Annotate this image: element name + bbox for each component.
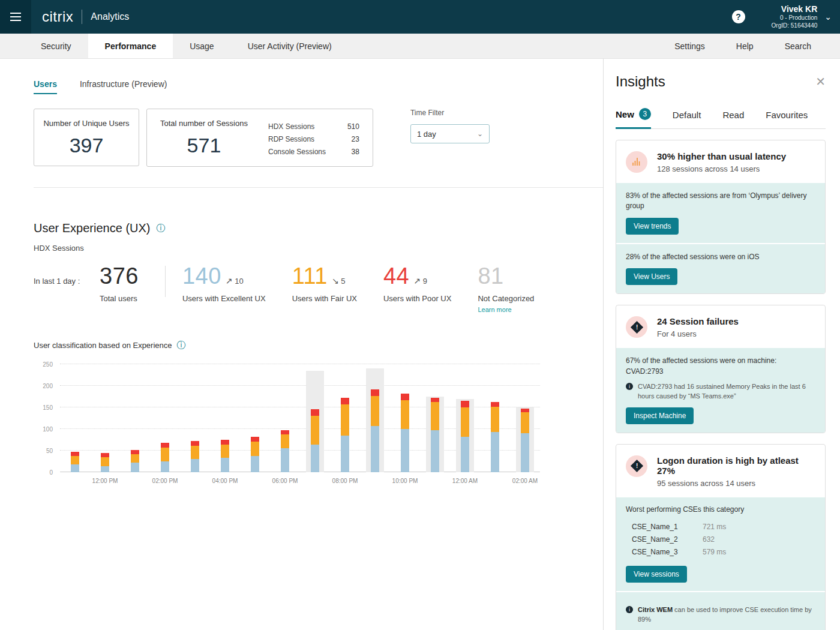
view-users-button[interactable]: View Users bbox=[626, 268, 677, 285]
bar-segment-fair bbox=[311, 416, 319, 445]
bar-segment-fair bbox=[521, 412, 529, 433]
chart-bar[interactable] bbox=[180, 364, 210, 472]
insight-subtitle: 128 sessions across 14 users bbox=[657, 164, 786, 173]
insights-tab-favourites[interactable]: Favourites bbox=[766, 108, 808, 128]
info-icon[interactable]: ⓘ bbox=[177, 340, 186, 351]
insights-tab-read[interactable]: Read bbox=[722, 108, 744, 128]
hdx-sessions-label: HDX Sessions bbox=[268, 122, 314, 131]
nav-search[interactable]: Search bbox=[769, 34, 840, 58]
chart-bar[interactable]: 10:00 PM bbox=[390, 364, 420, 472]
time-filter: Time Filter 1 day ⌄ bbox=[410, 109, 490, 143]
x-axis-tick: 12:00 PM bbox=[92, 478, 118, 484]
chart-bar[interactable]: 08:00 PM bbox=[330, 364, 360, 472]
table-row: CSE_Name_1 721 ms bbox=[632, 521, 815, 533]
bar-segment-poor bbox=[341, 398, 349, 404]
sessions-breakdown: HDX Sessions 510 RDP Sessions 23 Console… bbox=[268, 119, 359, 158]
bar-segment-excellent bbox=[371, 426, 379, 472]
chevron-down-icon: ⌄ bbox=[477, 130, 483, 138]
insight-title: Logon duration is high by atleast 27% bbox=[657, 455, 815, 476]
insight-footer: i Citrix WEM can be used to improve CSE … bbox=[616, 591, 825, 630]
close-icon[interactable]: ✕ bbox=[815, 76, 826, 88]
insight-subtitle: 95 sessions across 14 users bbox=[657, 479, 815, 488]
bar-segment-excellent bbox=[161, 461, 169, 472]
chart-plot-area: 05010015020025012:00 PM02:00 PM04:00 PM0… bbox=[60, 364, 540, 472]
chart-bar[interactable]: 12:00 PM bbox=[90, 364, 120, 472]
sessions-value: 571 bbox=[160, 134, 248, 157]
nav-help[interactable]: Help bbox=[721, 34, 769, 58]
help-icon[interactable]: ? bbox=[732, 10, 745, 23]
sub-tabs: Users Infrastructure (Preview) bbox=[34, 79, 603, 94]
inspect-machine-button[interactable]: Inspect Machine bbox=[626, 407, 694, 424]
chart-bar[interactable] bbox=[240, 364, 270, 472]
time-filter-label: Time Filter bbox=[410, 109, 490, 117]
info-icon[interactable]: ⓘ bbox=[157, 223, 166, 234]
period-label: In last 1 day : bbox=[34, 263, 100, 286]
tab-performance[interactable]: Performance bbox=[88, 34, 173, 58]
chart-bar[interactable]: 02:00 AM bbox=[510, 364, 540, 472]
view-sessions-button[interactable]: View sessions bbox=[626, 566, 687, 583]
learn-more-link[interactable]: Learn more bbox=[478, 306, 534, 313]
chart-bar[interactable]: 12:00 AM bbox=[450, 364, 480, 472]
chart-bar[interactable]: 02:00 PM bbox=[150, 364, 180, 472]
chart-bar[interactable]: 06:00 PM bbox=[270, 364, 300, 472]
insights-tab-default[interactable]: Default bbox=[673, 108, 701, 128]
chart-bar[interactable] bbox=[360, 364, 390, 472]
bar-segment-poor bbox=[161, 443, 169, 448]
bar-segment-fair bbox=[131, 454, 139, 463]
bar-segment-fair bbox=[281, 434, 289, 448]
insight-card-latency: 30% higher than usual latency 128 sessio… bbox=[616, 140, 826, 294]
tab-security[interactable]: Security bbox=[24, 34, 88, 58]
chart-bar[interactable] bbox=[120, 364, 150, 472]
user-environment: 0 - Production bbox=[772, 14, 818, 22]
chart-bar[interactable]: 04:00 PM bbox=[210, 364, 240, 472]
bar-segment-excellent bbox=[131, 463, 139, 472]
bar-segment-poor bbox=[431, 398, 439, 402]
metric-not-categorized: 81 Not Categorized Learn more bbox=[478, 263, 534, 313]
chart-bar[interactable] bbox=[480, 364, 510, 472]
excellent-ux-label: Users with Excellent UX bbox=[182, 294, 266, 303]
sessions-label: Total number of Sessions bbox=[160, 119, 248, 128]
view-trends-button[interactable]: View trends bbox=[626, 218, 679, 235]
not-categorized-value: 81 bbox=[478, 263, 503, 289]
latency-icon bbox=[626, 151, 647, 173]
tab-usage[interactable]: Usage bbox=[173, 34, 230, 58]
bar-segment-fair bbox=[371, 396, 379, 426]
excellent-ux-value: 140 bbox=[182, 263, 221, 289]
poor-ux-delta: ↗ 9 bbox=[413, 276, 427, 286]
main-nav: Security Performance Usage User Activity… bbox=[0, 34, 840, 59]
bar-segment-poor bbox=[491, 402, 499, 406]
cse-name: CSE_Name_2 bbox=[632, 535, 703, 544]
chart-bar[interactable] bbox=[60, 364, 90, 472]
bar-segment-poor bbox=[461, 401, 469, 407]
user-menu[interactable]: Vivek KR 0 - Production OrgID: 51643440 … bbox=[772, 4, 832, 30]
insight-fact: 28% of the affected sessions were on iOS… bbox=[616, 243, 825, 293]
subtab-users[interactable]: Users bbox=[34, 79, 57, 94]
summary-row: Number of Unique Users 397 Total number … bbox=[34, 109, 603, 167]
bar-segment-poor bbox=[101, 453, 109, 457]
ux-classification-chart: 05010015020025012:00 PM02:00 PM04:00 PM0… bbox=[60, 364, 540, 472]
bar-segment-poor bbox=[401, 394, 409, 400]
x-axis-tick: 02:00 PM bbox=[152, 478, 178, 484]
nav-settings[interactable]: Settings bbox=[659, 34, 721, 58]
vertical-divider bbox=[165, 266, 166, 297]
bar-segment-fair bbox=[401, 400, 409, 429]
bar-segment-fair bbox=[251, 442, 259, 456]
fair-ux-label: Users with Fair UX bbox=[292, 294, 357, 303]
hamburger-menu-icon[interactable] bbox=[0, 0, 31, 34]
brand: citrix Analytics bbox=[42, 8, 129, 25]
tab-user-activity[interactable]: User Activity (Preview) bbox=[231, 34, 349, 58]
chart-bar[interactable] bbox=[300, 364, 330, 472]
machine-note: i CVAD:2793 had 16 sustained Memory Peak… bbox=[626, 382, 815, 401]
fact-text: 28% of the affected sessions were on iOS bbox=[626, 252, 815, 262]
subtab-infrastructure[interactable]: Infrastructure (Preview) bbox=[80, 79, 167, 94]
bar-segment-poor bbox=[311, 409, 319, 416]
total-users-label: Total users bbox=[100, 294, 139, 303]
y-axis-tick: 150 bbox=[43, 404, 53, 411]
time-filter-dropdown[interactable]: 1 day ⌄ bbox=[410, 124, 490, 143]
insights-title: Insights bbox=[616, 73, 665, 90]
bar-segment-poor bbox=[371, 389, 379, 396]
insights-tab-new[interactable]: New 3 bbox=[616, 108, 651, 129]
chart-bar[interactable] bbox=[420, 364, 450, 472]
unique-users-label: Number of Unique Users bbox=[41, 119, 131, 128]
x-axis-tick: 06:00 PM bbox=[272, 478, 298, 484]
